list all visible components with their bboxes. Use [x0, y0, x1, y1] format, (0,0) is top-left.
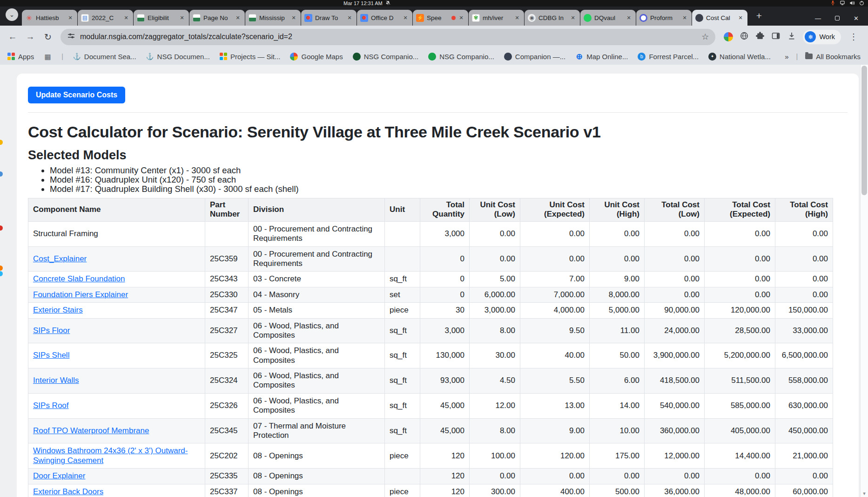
bookmarks-overflow-button[interactable]: »	[785, 53, 788, 61]
tab-close-icon[interactable]: ✕	[402, 14, 409, 21]
bookmark-item[interactable]: ✦National Wetla...	[708, 53, 771, 61]
tab-close-icon[interactable]: ✕	[625, 14, 632, 21]
total-quantity-cell: 93,000	[420, 368, 470, 394]
folder-icon	[805, 54, 813, 59]
power-icon	[859, 0, 864, 7]
forward-button[interactable]: →	[22, 29, 38, 45]
bookmark-label: NSG Documen...	[157, 53, 210, 61]
component-link[interactable]: Roof TPO Waterproof Membrane	[33, 426, 149, 435]
close-button[interactable]: ✕	[854, 15, 859, 22]
tab-2022-c[interactable]: ▤2022_C✕	[78, 10, 133, 26]
system-clock[interactable]: Mar 17 12:31 AM	[343, 0, 390, 7]
bookmark-item[interactable]: NSG Companio...	[353, 53, 419, 61]
bookmark-item[interactable]: Projects — Sit...	[220, 53, 281, 61]
total-cost-high-cell: 33,000.00	[775, 318, 833, 343]
bookmark-item[interactable]: NSG Companio...	[428, 53, 494, 61]
profile-chip[interactable]: ❄ Work	[803, 30, 841, 44]
unit-cell	[385, 221, 420, 246]
column-header: Unit Cost (Expected)	[520, 198, 590, 222]
component-link[interactable]: SIPs Shell	[33, 351, 69, 360]
extensions-puzzle-icon[interactable]	[755, 31, 765, 42]
tab-close-icon[interactable]: ✕	[122, 14, 130, 21]
update-scenario-costs-button[interactable]: Update Scenario Costs	[28, 87, 125, 103]
tab-label: Mississip	[259, 14, 290, 21]
bookmarks-list: Apps▦|⚓Document Sea...⚓NSG Documen...Pro…	[7, 53, 779, 61]
back-button[interactable]: ←	[5, 29, 20, 45]
tab-dqvaul[interactable]: DQvaul✕	[580, 10, 636, 26]
tab-search-button[interactable]: ⌄	[6, 8, 18, 21]
bookmark-item[interactable]: ⊕Map Online...	[575, 53, 628, 61]
tab-close-icon[interactable]: ✕	[234, 14, 242, 21]
bookmark-item[interactable]: Apps	[7, 53, 34, 61]
tab-draw-to[interactable]: ⬤Draw To✕	[301, 10, 357, 26]
bookmark-star-icon[interactable]: ☆	[701, 32, 709, 42]
tab-close-icon[interactable]: ✕	[458, 14, 465, 21]
component-name-cell: Exterior Back Doors	[28, 484, 205, 497]
tab-page-no[interactable]: Page No✕	[189, 10, 245, 26]
bookmarks-bar: Apps▦|⚓Document Sea...⚓NSG Documen...Pro…	[0, 48, 868, 65]
bookmark-item[interactable]: ⚓Document Sea...	[73, 53, 136, 61]
component-link[interactable]: Windows Bathroom 24x36 (2' x 3') Outward…	[33, 446, 188, 464]
tab-favicon-icon	[584, 14, 592, 22]
part-number-cell: 25C324	[205, 368, 249, 394]
globe-extension-icon[interactable]	[740, 31, 749, 42]
component-link[interactable]: SIPs Roof	[33, 401, 69, 410]
new-tab-button[interactable]: +	[753, 10, 766, 21]
reload-button[interactable]: ↻	[40, 29, 56, 45]
address-bar[interactable]: modular.nsgia.com/zaggregator_totals/zca…	[61, 29, 715, 45]
component-link[interactable]: SIPs Floor	[33, 326, 70, 335]
minimize-button[interactable]: —	[815, 15, 821, 22]
bookmark-item[interactable]: bForrest Parcel...	[638, 53, 699, 61]
component-name-cell: Concrete Slab Foundation	[28, 272, 205, 287]
tab-eligibilit[interactable]: Eligibilit✕	[134, 10, 189, 26]
component-link[interactable]: Door Explainer	[33, 471, 85, 480]
restore-button[interactable]	[835, 15, 840, 22]
tab-close-icon[interactable]: ✕	[737, 14, 744, 21]
component-link[interactable]: Exterior Stairs	[33, 306, 83, 314]
tab-close-icon[interactable]: ✕	[513, 14, 521, 21]
side-panel-icon[interactable]	[771, 31, 781, 42]
column-header: Total Cost (Low)	[645, 198, 705, 222]
tab-close-icon[interactable]: ✕	[67, 14, 74, 21]
bookmark-favicon-icon	[504, 53, 512, 61]
component-link[interactable]: Concrete Slab Foundation	[33, 274, 125, 283]
tab-proform[interactable]: Proform✕	[636, 10, 692, 26]
tab-hattiesb[interactable]: ✳Hattiesb✕	[22, 10, 77, 26]
scroll-down-icon[interactable]: ▾	[861, 490, 868, 497]
bookmark-item[interactable]: ⚓NSG Documen...	[146, 53, 210, 61]
table-row: Cost_Explainer25C35900 - Procurement and…	[28, 246, 833, 272]
tab-label: CDBG In	[538, 14, 569, 21]
bookmark-favicon-icon	[220, 53, 227, 60]
tab-close-icon[interactable]: ✕	[681, 14, 688, 21]
component-link[interactable]: Exterior Back Doors	[33, 487, 103, 496]
tab-close-icon[interactable]: ✕	[290, 14, 297, 21]
unit-cell: sq_ft	[385, 318, 420, 343]
tab-close-icon[interactable]: ✕	[178, 14, 186, 21]
system-tray[interactable]	[830, 0, 864, 7]
tab-close-icon[interactable]: ✕	[569, 14, 577, 21]
bookmark-item[interactable]: Companion —...	[504, 53, 565, 61]
component-link[interactable]: Foundation Piers Explainer	[33, 290, 128, 299]
total-quantity-cell: 130,000	[420, 343, 470, 368]
component-name-cell: SIPs Roof	[28, 393, 205, 418]
all-bookmarks-button[interactable]: All Bookmarks	[805, 53, 861, 61]
tab-mh-iver[interactable]: ✾mh/iver✕	[469, 10, 524, 26]
tab-cdbg-in[interactable]: ◉CDBG In✕	[525, 10, 580, 26]
extension-pinwheel-icon[interactable]	[724, 32, 733, 41]
tab-close-icon[interactable]: ✕	[346, 14, 353, 21]
total-cost-low-cell: 0.00	[645, 221, 705, 246]
tab-office-d[interactable]: ⬤Office D✕	[357, 10, 412, 26]
tab-spee[interactable]: ⚡Spee✕	[413, 10, 468, 26]
bookmark-item[interactable]: ▦	[44, 53, 52, 61]
bookmark-item[interactable]: Google Maps	[290, 53, 343, 61]
tab-cost-cal[interactable]: Cost Cal✕	[692, 10, 747, 26]
browser-menu-button[interactable]: ⋮	[848, 32, 860, 42]
scrollbar[interactable]: ▾	[860, 65, 868, 497]
total-quantity-cell: 0	[420, 246, 470, 272]
component-link[interactable]: Cost_Explainer	[33, 254, 87, 263]
downloads-icon[interactable]	[787, 31, 796, 42]
division-cell: 00 - Procurement and Contracting Require…	[249, 221, 385, 246]
component-link[interactable]: Interior Walls	[33, 376, 79, 385]
scrollbar-thumb[interactable]	[861, 66, 867, 195]
tab-mississip[interactable]: Mississip✕	[245, 10, 301, 26]
